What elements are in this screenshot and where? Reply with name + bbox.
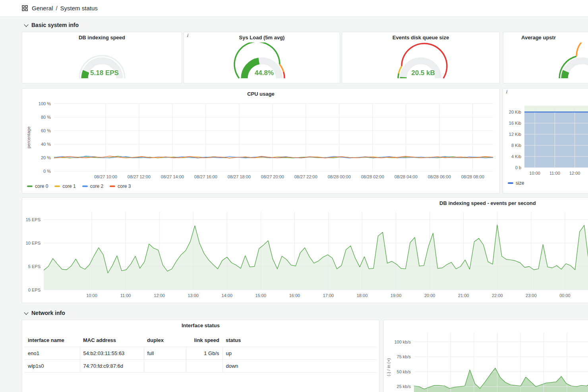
- svg-text:18:00: 18:00: [357, 293, 368, 298]
- svg-text:12:00: 12:00: [154, 293, 165, 298]
- legend-item[interactable]: core 2: [82, 183, 103, 189]
- legend-label: core 2: [90, 183, 103, 189]
- svg-text:4 Kib: 4 Kib: [511, 154, 521, 159]
- panel-db-indexing-speed-chart: DB indexing speed - events per second 0 …: [22, 197, 588, 303]
- svg-text:14:00: 14:00: [222, 293, 233, 298]
- section-title: Basic system info: [31, 22, 79, 28]
- cpu-usage-chart[interactable]: 0 %20 %40 %60 %80 %100 %08/27 10:0008/27…: [25, 100, 497, 182]
- svg-text:11:00: 11:00: [549, 171, 560, 176]
- table-column-header[interactable]: interface name: [25, 334, 80, 347]
- app-header: General / System status: [0, 0, 588, 17]
- svg-text:20 %: 20 %: [41, 155, 51, 160]
- svg-text:22:00: 22:00: [492, 293, 503, 298]
- svg-text:08/28 04:00: 08/28 04:00: [395, 174, 418, 179]
- legend-swatch-icon: [508, 182, 513, 184]
- section-title: Network info: [31, 310, 65, 316]
- svg-text:20 Kib: 20 Kib: [509, 110, 521, 114]
- svg-text:5 EPS: 5 EPS: [28, 264, 41, 269]
- svg-text:12 Kib: 12 Kib: [509, 132, 521, 137]
- table-cell: full: [144, 347, 186, 360]
- svg-text:50 kb/s: 50 kb/s: [397, 369, 411, 374]
- svg-text:08/27 20:00: 08/27 20:00: [261, 174, 284, 179]
- panel-queue-size-chart: i 0 b4 Kib8 Kib12 Kib16 Kib20 Kib10:0011…: [503, 88, 588, 193]
- svg-text:11:00: 11:00: [120, 293, 131, 298]
- svg-text:08/27 18:00: 08/27 18:00: [228, 174, 251, 179]
- svg-text:0 %: 0 %: [43, 169, 51, 174]
- svg-text:00:00: 00:00: [559, 293, 571, 298]
- table-cell: 74:70:fd:c9:87:6d: [80, 360, 144, 373]
- panel-title[interactable]: DB indexing speed - events per second: [439, 198, 536, 208]
- panel-title[interactable]: Interface status: [22, 320, 379, 330]
- panel-interface-status: Interface status interface nameMAC addre…: [22, 320, 379, 392]
- breadcrumb-folder[interactable]: General: [32, 5, 53, 12]
- section-basic-system-info[interactable]: Basic system info: [25, 21, 79, 29]
- svg-text:23:00: 23:00: [526, 293, 537, 298]
- interface-status-table: interface nameMAC addressduplexlink spee…: [25, 334, 377, 373]
- table-cell: 1 Gb/s: [186, 347, 222, 360]
- section-network-info[interactable]: Network info: [25, 309, 65, 317]
- svg-text:08/27 12:00: 08/27 12:00: [128, 174, 151, 179]
- legend-swatch-icon: [82, 185, 88, 187]
- legend-item[interactable]: core 1: [54, 183, 75, 189]
- svg-text:0 b: 0 b: [515, 165, 521, 170]
- svg-text:100 %: 100 %: [39, 101, 51, 106]
- svg-text:16:00: 16:00: [289, 293, 300, 298]
- svg-text:08/28 02:00: 08/28 02:00: [361, 174, 384, 179]
- panel-title[interactable]: Events disk queue size: [342, 32, 499, 42]
- queue-size-legend: size: [503, 178, 588, 186]
- svg-text:(-) / in (+): (-) / in (+): [386, 358, 391, 377]
- svg-text:40 %: 40 %: [41, 142, 51, 147]
- panel-title[interactable]: Average upstr: [503, 32, 588, 42]
- svg-text:08/28 06:00: 08/28 06:00: [428, 174, 451, 179]
- svg-text:19:00: 19:00: [391, 293, 402, 298]
- svg-text:16 Kib: 16 Kib: [509, 121, 521, 126]
- svg-text:20:00: 20:00: [424, 293, 435, 298]
- table-column-header[interactable]: status: [222, 334, 377, 347]
- dashboard-grid-icon[interactable]: [22, 5, 28, 11]
- legend-label: size: [516, 180, 524, 186]
- panel-average-upstream-gauge: Average upstr: [503, 32, 588, 83]
- queue-size-chart[interactable]: 0 b4 Kib8 Kib12 Kib16 Kib20 Kib10:0011:0…: [505, 99, 588, 178]
- panel-title[interactable]: Sys Load (5m avg): [184, 32, 340, 42]
- table-cell: down: [222, 360, 377, 373]
- svg-text:15:00: 15:00: [255, 293, 267, 298]
- db-indexing-speed-gauge: 5.18 EPS: [64, 42, 140, 81]
- network-traffic-chart[interactable]: 25 kb/s50 kb/s75 kb/s100 kb/s(-) / in (+…: [385, 324, 588, 392]
- svg-text:44.8%: 44.8%: [255, 69, 274, 77]
- breadcrumb-dashboard[interactable]: System status: [60, 5, 98, 12]
- table-cell: eno1: [25, 347, 80, 360]
- legend-swatch-icon: [27, 185, 33, 187]
- legend-item[interactable]: size: [508, 180, 524, 186]
- table-cell: up: [222, 347, 377, 360]
- cpu-usage-legend: core 0core 1core 2core 3: [22, 182, 499, 189]
- legend-item[interactable]: core 3: [110, 183, 131, 189]
- chevron-down-icon: [24, 310, 28, 315]
- svg-text:percentage: percentage: [26, 126, 31, 148]
- info-icon[interactable]: i: [506, 89, 507, 95]
- events-disk-queue-gauge: 20.5 kB: [383, 42, 458, 81]
- table-column-header[interactable]: MAC address: [80, 334, 144, 347]
- info-icon[interactable]: i: [187, 33, 188, 38]
- table-cell: [144, 360, 186, 373]
- svg-text:75 kb/s: 75 kb/s: [397, 354, 411, 359]
- table-cell: [186, 360, 222, 373]
- svg-text:13:00: 13:00: [188, 293, 199, 298]
- legend-label: core 1: [62, 183, 75, 189]
- panel-sys-load-gauge: i Sys Load (5m avg) 44.8%: [184, 32, 340, 83]
- legend-label: core 0: [35, 183, 48, 189]
- svg-text:0 EPS: 0 EPS: [28, 288, 41, 292]
- table-column-header[interactable]: link speed: [186, 334, 222, 347]
- panel-title[interactable]: CPU usage: [22, 89, 499, 99]
- legend-swatch-icon: [110, 185, 115, 187]
- svg-text:10 EPS: 10 EPS: [26, 241, 41, 245]
- panel-title[interactable]: DB indexing speed: [22, 32, 182, 42]
- table-column-header[interactable]: duplex: [144, 334, 186, 347]
- legend-label: core 3: [118, 183, 131, 189]
- panel-db-indexing-speed-gauge: DB indexing speed 5.18 EPS: [22, 32, 182, 83]
- svg-text:08/28 00:00: 08/28 00:00: [328, 174, 351, 179]
- legend-item[interactable]: core 0: [27, 183, 48, 189]
- db-indexing-speed-chart[interactable]: 0 EPS5 EPS10 EPS15 EPS10:0011:0012:0013:…: [23, 208, 588, 302]
- svg-text:21:00: 21:00: [458, 293, 469, 298]
- svg-text:25 kb/s: 25 kb/s: [397, 384, 411, 389]
- svg-text:10:00: 10:00: [529, 171, 540, 176]
